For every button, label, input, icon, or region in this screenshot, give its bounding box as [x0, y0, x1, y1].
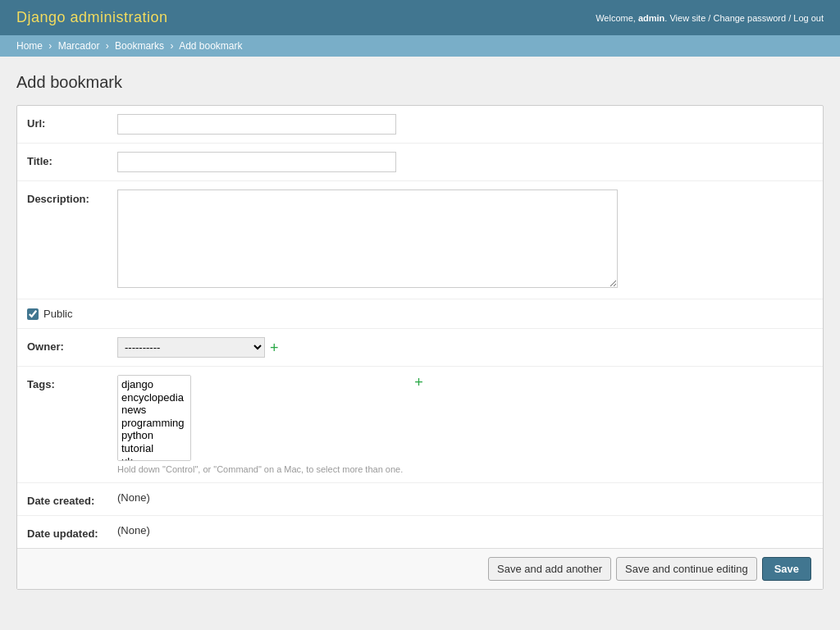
- separator-2: ›: [106, 40, 109, 52]
- date-updated-value: (None): [117, 521, 150, 536]
- separator-1: ›: [48, 40, 52, 52]
- description-label: Description:: [27, 189, 117, 205]
- tags-select-wrapper: djangoencyclopedianewsprogrammingpythont…: [117, 375, 403, 474]
- tags-select[interactable]: djangoencyclopedianewsprogrammingpythont…: [117, 375, 191, 461]
- view-site-link[interactable]: View site: [669, 13, 705, 23]
- form-container: Url: Title: Description:: [16, 105, 824, 590]
- date-created-label: Date created:: [27, 491, 117, 507]
- site-title: Django administration: [16, 9, 168, 26]
- submit-row: Save and add another Save and continue e…: [17, 548, 823, 589]
- tags-row: Tags: djangoencyclopedianewsprogrammingp…: [17, 367, 823, 483]
- save-and-add-button[interactable]: Save and add another: [488, 557, 611, 581]
- public-row: Public: [17, 299, 823, 329]
- title-row: Title:: [17, 144, 823, 181]
- date-updated-row: Date updated: (None): [17, 516, 823, 548]
- breadcrumbs: Home › Marcador › Bookmarks › Add bookma…: [0, 35, 840, 57]
- user-tools: Welcome, admin. View site / Change passw…: [596, 13, 824, 23]
- date-created-value: (None): [117, 488, 150, 504]
- title-field-content: [117, 152, 813, 172]
- public-checkbox[interactable]: [27, 308, 39, 320]
- owner-add-icon[interactable]: +: [270, 340, 279, 355]
- page-title: Add bookmark: [16, 73, 824, 92]
- breadcrumb-current: Add bookmark: [179, 40, 242, 52]
- description-input[interactable]: [117, 189, 618, 288]
- date-updated-label: Date updated:: [27, 524, 117, 540]
- breadcrumb-home[interactable]: Home: [16, 40, 43, 52]
- username: admin: [638, 13, 664, 23]
- description-field-content: [117, 189, 813, 290]
- save-and-continue-button[interactable]: Save and continue editing: [616, 557, 757, 581]
- tags-field-content: djangoencyclopedianewsprogrammingpythont…: [117, 375, 813, 474]
- date-created-row: Date created: (None): [17, 483, 823, 516]
- owner-select[interactable]: ----------: [117, 337, 265, 358]
- description-row: Description:: [17, 181, 823, 299]
- tags-add-icon[interactable]: +: [414, 375, 423, 390]
- public-label: Public: [43, 308, 72, 320]
- owner-label: Owner:: [27, 337, 117, 353]
- url-row: Url:: [17, 106, 823, 144]
- tags-help-text: Hold down "Control", or "Command" on a M…: [117, 464, 403, 474]
- breadcrumb-model[interactable]: Bookmarks: [115, 40, 164, 52]
- url-field-content: [117, 114, 813, 135]
- owner-field-content: ---------- +: [117, 337, 813, 358]
- separator-3: ›: [170, 40, 173, 52]
- date-created-content: (None): [117, 491, 813, 504]
- log-out-link[interactable]: Log out: [793, 13, 824, 23]
- save-button[interactable]: Save: [762, 557, 811, 581]
- breadcrumb-app[interactable]: Marcador: [58, 40, 100, 52]
- welcome-text: Welcome,: [596, 13, 638, 23]
- title-label: Title:: [27, 152, 117, 167]
- date-updated-content: (None): [117, 524, 813, 536]
- tags-label: Tags:: [27, 375, 117, 390]
- title-input[interactable]: [117, 152, 396, 172]
- change-password-link[interactable]: Change password: [713, 13, 786, 23]
- url-label: Url:: [27, 114, 117, 130]
- url-input[interactable]: [117, 114, 396, 135]
- owner-row: Owner: ---------- +: [17, 329, 823, 367]
